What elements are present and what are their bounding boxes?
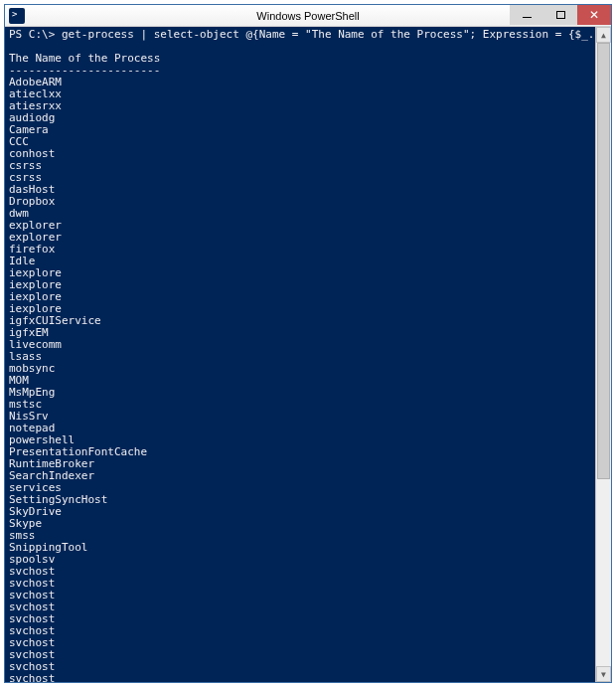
maximize-icon — [556, 11, 565, 19]
powershell-window: Windows PowerShell ✕ PS C:\> get-process… — [4, 4, 612, 683]
scroll-down-button[interactable]: ▼ — [596, 666, 611, 682]
app-icon — [9, 8, 25, 24]
window-controls: ✕ — [510, 5, 611, 25]
titlebar[interactable]: Windows PowerShell ✕ — [5, 5, 611, 27]
minimize-button[interactable] — [510, 5, 543, 25]
close-button[interactable]: ✕ — [577, 5, 611, 25]
vertical-scrollbar[interactable]: ▲ ▼ — [595, 27, 611, 682]
minimize-icon — [523, 17, 532, 18]
console-output[interactable]: PS C:\> get-process | select-object @{Na… — [5, 27, 595, 682]
scroll-up-button[interactable]: ▲ — [596, 27, 611, 43]
maximize-button[interactable] — [543, 5, 577, 25]
close-icon: ✕ — [589, 8, 599, 22]
scrollbar-track[interactable] — [596, 43, 611, 666]
console-area: PS C:\> get-process | select-object @{Na… — [5, 27, 611, 682]
scrollbar-thumb[interactable] — [597, 43, 610, 479]
window-title: Windows PowerShell — [256, 10, 359, 22]
